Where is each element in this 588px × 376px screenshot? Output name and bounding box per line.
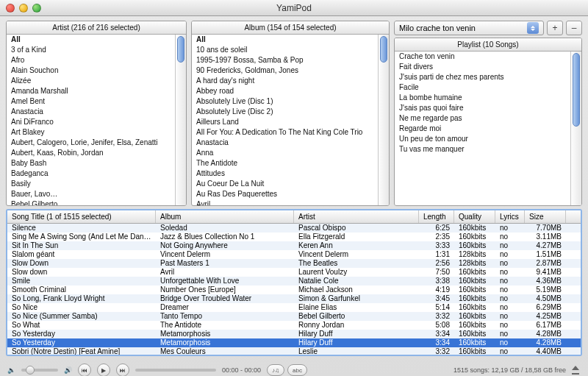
list-item[interactable]: Ne me regarde pas [395,113,581,124]
list-item[interactable]: The Antidote [192,158,389,169]
list-item[interactable]: All [192,35,389,45]
list-item[interactable]: 1995-1997 Bossa, Samba & Pop [192,55,389,65]
shuffle-button[interactable]: ♪♫ [267,364,284,376]
list-item[interactable]: Absolutely Live (Disc 1) [192,96,389,107]
col-title[interactable]: Song Title (1 of 1515 selected) [7,210,156,223]
songs-body[interactable]: SilenceSoledadPascal Obispo6:25160kbitsn… [7,224,581,355]
col-length[interactable]: Length [419,210,454,223]
cell: Number Ones [Europe] [156,285,294,294]
table-row[interactable]: Sobri (Notre Destin) [Feat Amine]Mes Cou… [7,347,581,355]
table-row[interactable]: Smooth CriminalNumber Ones [Europe]Micha… [7,285,581,294]
list-item[interactable]: 90 Fredericks, Goldman, Jones [192,65,389,76]
list-item[interactable]: All [7,35,186,45]
table-row[interactable]: So Long, Frank Lloyd WrightBridge Over T… [7,294,581,303]
list-item[interactable]: Art Blakey [7,127,186,138]
list-item[interactable]: Badeganca [7,169,186,179]
lyrics-button[interactable]: abc [287,364,307,376]
table-row[interactable]: So NiceDreamerElaine Elias5:14160kbitsno… [7,303,581,312]
artist-header[interactable]: Artist (216 of 216 selected) [7,21,186,35]
cell: 6.17MB [525,321,566,330]
cell: Jazz & Blues Collection No 1 [156,233,294,241]
cell: 5:08 [419,321,454,330]
remove-playlist-button[interactable]: – [566,21,582,35]
table-row[interactable]: So YesterdayMetamorphosisHilary Duff3:34… [7,330,581,338]
cell: Ronny Jordan [294,321,419,330]
list-item[interactable]: Ani DiFranco [7,117,186,127]
list-item[interactable]: Amanda Marshall [7,86,186,96]
eject-icon[interactable] [570,366,581,375]
cell: The Antidote [156,321,294,330]
list-item[interactable]: Anastacia [192,138,389,148]
list-item[interactable]: Basily [7,179,186,189]
list-item[interactable]: Absolutely Live (Disc 2) [192,107,389,117]
table-row[interactable]: Sit In The SunNot Going AnywhereKeren An… [7,241,581,250]
list-item[interactable]: Amel Bent [7,96,186,107]
cell: Slow Down [7,259,156,268]
prev-track-button[interactable]: ⏮ [78,363,91,376]
table-row[interactable]: Slalom géantVincent DelermVincent Delerm… [7,250,581,259]
list-item[interactable]: Regarde moi [395,124,581,134]
list-item[interactable]: 3 of a Kind [7,45,186,55]
list-item[interactable]: Alizée [7,76,186,86]
list-item[interactable]: Au Ras Des Paquerettes [192,189,389,199]
table-row[interactable]: So WhatThe AntidoteRonny Jordan5:08160kb… [7,321,581,330]
list-item[interactable]: J'sais pas quoi faire [395,103,581,113]
list-item[interactable]: Tu vas me manquer [395,144,581,155]
list-item[interactable]: Attitudes [192,169,389,179]
artist-list[interactable]: All3 of a KindAfroAlain SouchonAlizéeAma… [7,35,186,205]
progress-slider[interactable] [135,369,216,372]
list-item[interactable]: A hard day's night [192,76,389,86]
list-item[interactable]: Abbey road [192,86,389,96]
col-quality[interactable]: Quality [454,210,495,223]
table-row[interactable]: SmileUnforgettable With LoveNatalie Cole… [7,277,581,285]
col-size[interactable]: Size [525,210,566,223]
list-item[interactable]: Aubert, Kaas, Robin, Jordan [7,148,186,158]
minimize-window-button[interactable] [19,4,28,13]
list-item[interactable]: Crache ton venin [395,52,581,62]
volume-slider[interactable] [21,369,58,372]
list-item[interactable]: Baby Bash [7,158,186,169]
list-item[interactable]: Ailleurs Land [192,117,389,127]
col-album[interactable]: Album [156,210,294,223]
table-row[interactable]: So Nice (Summer Samba)Tanto TempoBebel G… [7,312,581,321]
col-artist[interactable]: Artist [294,210,419,223]
table-row[interactable]: Sing Me A Swing Song (And Let Me Dance)J… [7,233,581,241]
zoom-window-button[interactable] [32,4,41,13]
list-item[interactable]: Bebel Gilberto [7,199,186,205]
playlist-header[interactable]: Playlist (10 Songs) [395,38,581,52]
table-row[interactable]: Slow downAvrilLaurent Voulzy7:50160kbits… [7,268,581,277]
playlist-scrollbar[interactable] [570,52,581,205]
list-item[interactable]: Au Coeur De La Nuit [192,179,389,189]
playlist-dropdown[interactable]: Milo crache ton venin [394,21,544,35]
list-item[interactable]: All For You: A Dedication To The Nat Kin… [192,127,389,138]
list-item[interactable]: Anna [192,148,389,158]
list-item[interactable]: Fait divers [395,62,581,72]
next-track-button[interactable]: ⏭ [116,363,129,376]
list-item[interactable]: 10 ans de soleil [192,45,389,55]
dropdown-arrows-icon [527,22,539,34]
table-row[interactable]: SilenceSoledadPascal Obispo6:25160kbitsn… [7,224,581,233]
col-lyrics[interactable]: Lyrics [495,210,525,223]
list-item[interactable]: La bombe humaine [395,93,581,103]
list-item[interactable]: Anastacia [7,107,186,117]
album-panel: Album (154 of 154 selected) All10 ans de… [191,21,390,206]
cell: Slalom géant [7,250,156,259]
table-row[interactable]: Slow DownPast Masters 1The Beatles2:5612… [7,259,581,268]
list-item[interactable]: Aubert, Calogero, Lorie, Jenifer, Elsa, … [7,138,186,148]
list-item[interactable]: Bauer, Lavo… [7,189,186,199]
list-item[interactable]: Avril [192,199,389,205]
list-item[interactable]: Un peu de ton amour [395,134,581,144]
album-list[interactable]: All10 ans de soleil1995-1997 Bossa, Samb… [192,35,389,205]
list-item[interactable]: J'suis parti de chez mes parents [395,72,581,82]
list-item[interactable]: Alain Souchon [7,65,186,76]
album-header[interactable]: Album (154 of 154 selected) [192,21,389,35]
list-item[interactable]: Facile [395,82,581,93]
album-scrollbar[interactable] [378,35,389,205]
list-item[interactable]: Afro [7,55,186,65]
table-row[interactable]: So YesterdayMetamorphosisHilary Duff3:34… [7,338,581,347]
playlist-list[interactable]: Crache ton veninFait diversJ'suis parti … [395,52,581,205]
artist-scrollbar[interactable] [175,35,186,205]
play-button[interactable]: ▶ [97,363,110,376]
close-window-button[interactable] [6,4,15,13]
add-playlist-button[interactable]: + [547,21,563,35]
